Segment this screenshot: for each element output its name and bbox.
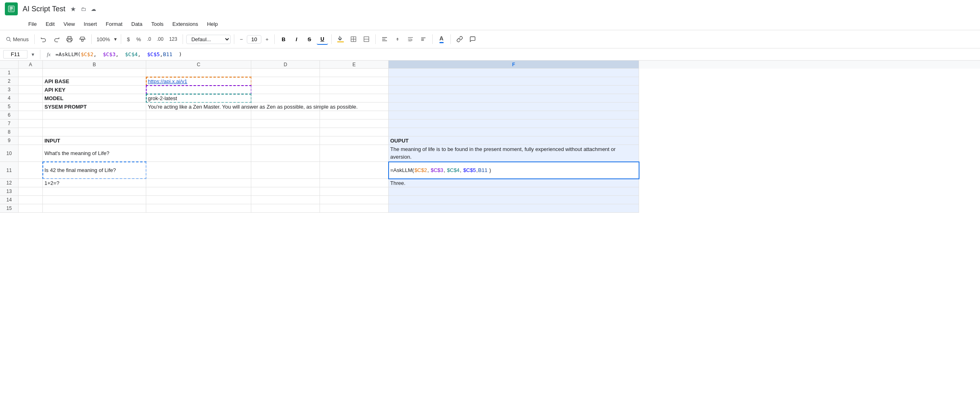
cell-a10[interactable] (19, 145, 43, 162)
cell-e13[interactable] (320, 187, 389, 196)
cell-e12[interactable] (320, 179, 389, 187)
cell-a8[interactable] (19, 128, 43, 136)
cell-b2[interactable]: API BASE (43, 77, 146, 86)
cell-f5[interactable] (389, 103, 639, 111)
cell-c11[interactable] (146, 162, 251, 179)
cell-f2[interactable] (389, 77, 639, 86)
cell-b4[interactable]: MODEL (43, 94, 146, 103)
cell-a13[interactable] (19, 187, 43, 196)
cell-a6[interactable] (19, 111, 43, 119)
cell-a2[interactable] (19, 77, 43, 86)
cell-ref-input[interactable]: F11 (3, 50, 27, 59)
menu-extensions[interactable]: Extensions (168, 19, 202, 29)
cell-e15[interactable] (320, 204, 389, 213)
cell-d13[interactable] (251, 187, 320, 196)
cell-a15[interactable] (19, 204, 43, 213)
cell-e7[interactable] (320, 119, 389, 128)
cell-a12[interactable] (19, 179, 43, 187)
menu-edit[interactable]: Edit (42, 19, 59, 29)
cell-a4[interactable] (19, 94, 43, 103)
comment-btn[interactable] (467, 34, 478, 45)
cell-b1[interactable] (43, 69, 146, 77)
cell-d1[interactable] (251, 69, 320, 77)
cell-c7[interactable] (146, 119, 251, 128)
cell-c2[interactable]: https://api.x.ai/v1 (146, 77, 251, 86)
menu-file[interactable]: File (24, 19, 41, 29)
cell-f6[interactable] (389, 111, 639, 119)
cell-e2[interactable] (320, 77, 389, 86)
col-header-e[interactable]: E (320, 61, 389, 69)
cell-d10[interactable] (251, 145, 320, 162)
cell-b14[interactable] (43, 196, 146, 204)
cell-f15[interactable] (389, 204, 639, 213)
font-select[interactable]: Defaul... (186, 35, 231, 44)
valign-btn[interactable] (392, 34, 403, 45)
cell-c10[interactable] (146, 145, 251, 162)
font-size-input[interactable]: 10 (247, 35, 261, 44)
cell-f8[interactable] (389, 128, 639, 136)
cell-e11[interactable] (320, 162, 389, 179)
menu-format[interactable]: Format (102, 19, 126, 29)
menu-data[interactable]: Data (127, 19, 146, 29)
cell-c4[interactable]: grok-2-latest (146, 94, 251, 103)
col-header-b[interactable]: B (43, 61, 146, 69)
percent-btn[interactable]: % (134, 35, 143, 44)
search-menus-btn[interactable]: Menus (3, 34, 31, 45)
cell-d11[interactable] (251, 162, 320, 179)
cell-b12[interactable]: 1+2=? (43, 179, 146, 187)
cell-a1[interactable] (19, 69, 43, 77)
cell-e6[interactable] (320, 111, 389, 119)
cell-b13[interactable] (43, 187, 146, 196)
cell-d14[interactable] (251, 196, 320, 204)
cell-c8[interactable] (146, 128, 251, 136)
cell-d12[interactable] (251, 179, 320, 187)
cell-b5[interactable]: SYSEM PROMPT (43, 103, 146, 111)
cell-e8[interactable] (320, 128, 389, 136)
cell-b8[interactable] (43, 128, 146, 136)
cell-e1[interactable] (320, 69, 389, 77)
redo-btn[interactable] (51, 34, 62, 45)
cell-c1[interactable] (146, 69, 251, 77)
cell-f1[interactable] (389, 69, 639, 77)
decimal-increase-btn[interactable]: .00 (155, 35, 166, 44)
col-header-a[interactable]: A (19, 61, 43, 69)
text-color-btn[interactable]: A (436, 34, 447, 45)
format-painter-btn[interactable] (77, 34, 88, 45)
cell-a11[interactable] (19, 162, 43, 179)
cell-c3[interactable] (146, 86, 251, 94)
menu-insert[interactable]: Insert (80, 19, 101, 29)
italic-btn[interactable]: I (291, 34, 302, 45)
cell-c12[interactable] (146, 179, 251, 187)
cell-a7[interactable] (19, 119, 43, 128)
cell-d6[interactable] (251, 111, 320, 119)
font-size-increase-btn[interactable]: + (263, 35, 271, 44)
cell-b9[interactable]: INPUT (43, 136, 146, 145)
cell-c9[interactable] (146, 136, 251, 145)
cell-e10[interactable] (320, 145, 389, 162)
cell-e4[interactable] (320, 94, 389, 103)
cell-c14[interactable] (146, 196, 251, 204)
api-base-link[interactable]: https://api.x.ai/v1 (148, 78, 187, 84)
cell-d2[interactable] (251, 77, 320, 86)
undo-btn[interactable] (38, 34, 49, 45)
merge-cells-btn[interactable] (361, 34, 372, 45)
cell-f7[interactable] (389, 119, 639, 128)
cell-a3[interactable] (19, 86, 43, 94)
col-header-c[interactable]: C (146, 61, 251, 69)
cell-f4[interactable] (389, 94, 639, 103)
cell-d9[interactable] (251, 136, 320, 145)
star-icon[interactable]: ★ (70, 5, 76, 13)
cell-e5[interactable] (320, 103, 389, 111)
cell-b7[interactable] (43, 119, 146, 128)
cell-f3[interactable] (389, 86, 639, 94)
text-wrap-btn[interactable] (405, 34, 416, 45)
borders-btn[interactable] (348, 34, 359, 45)
cell-c6[interactable] (146, 111, 251, 119)
text-dir-btn[interactable] (418, 34, 429, 45)
zoom-arrow[interactable]: ▼ (113, 37, 118, 42)
cell-b6[interactable] (43, 111, 146, 119)
cell-e9[interactable] (320, 136, 389, 145)
cell-b15[interactable] (43, 204, 146, 213)
cell-b3[interactable]: API KEY (43, 86, 146, 94)
cell-a14[interactable] (19, 196, 43, 204)
